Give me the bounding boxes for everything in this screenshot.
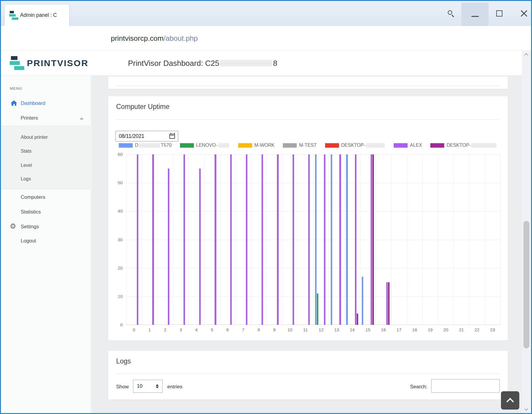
sidebar-item-label: Printers	[21, 115, 38, 121]
logs-divider	[116, 374, 500, 374]
gridline-v	[500, 154, 501, 325]
bar-series1-hour12	[317, 294, 318, 325]
bar-series5-hour6	[230, 154, 232, 325]
sidebar-item-about-printer[interactable]: About printer	[1, 133, 91, 142]
gridline-v	[360, 154, 360, 325]
legend-item-5[interactable]: ALEX	[394, 143, 422, 148]
bar-series0-hour12	[315, 154, 317, 325]
printers-submenu: About printer Stats Level Logs	[1, 125, 91, 189]
bar-series5-hour9	[277, 154, 278, 325]
gridline-v	[298, 154, 298, 325]
gridline-v	[173, 154, 173, 325]
close-icon	[520, 9, 528, 18]
titlebar: Admin panel : C	[1, 1, 531, 26]
scrollbar-thumb[interactable]	[523, 221, 529, 348]
sidebar-item-computers[interactable]: Computers	[1, 193, 91, 202]
select-arrows-icon	[156, 384, 159, 388]
previous-card-bottom	[108, 76, 508, 89]
x-axis-tick: 4	[190, 327, 202, 332]
gridline-v	[267, 154, 267, 325]
tab-title: Admin panel : C	[20, 4, 67, 26]
legend-swatch	[119, 143, 133, 148]
x-axis-tick: 22	[471, 327, 483, 332]
gridline-v	[485, 154, 485, 325]
page-size-value: 10	[137, 383, 142, 389]
computer-uptime-card: Computer Uptime 08/11/2021 DT570LENOVO-M…	[108, 96, 508, 340]
page-title: PrintVisor Dashboard: C25 8	[128, 51, 277, 76]
address-bar[interactable]: printvisorcp.com/about.php	[111, 26, 198, 50]
x-axis-tick: 3	[175, 327, 187, 332]
bar-series0-hour14	[346, 154, 348, 325]
card-divider	[116, 86, 500, 86]
gridline-v	[422, 154, 423, 325]
gridline-v	[220, 154, 220, 325]
x-axis-tick: 19	[424, 327, 436, 332]
x-axis-tick: 20	[440, 327, 452, 332]
legend-item-3[interactable]: M-TEST	[283, 143, 317, 148]
sidebar-item-logs[interactable]: Logs	[1, 174, 91, 184]
browser-tab[interactable]: Admin panel : C	[5, 4, 69, 26]
legend-item-4[interactable]: DESKTOP-	[325, 143, 386, 148]
printvisor-favicon	[9, 11, 17, 20]
legend-item-6[interactable]: DESKTOP-	[430, 143, 497, 148]
search-input[interactable]	[431, 379, 500, 393]
gridline-v	[251, 154, 251, 325]
page-title-suffix: 8	[273, 59, 277, 68]
x-axis-tick: 17	[393, 327, 405, 332]
sidebar: MENU Dashboard Printers About printer St…	[1, 76, 91, 413]
gridline-v	[438, 154, 438, 325]
scroll-up-icon[interactable]	[524, 53, 528, 57]
sidebar-item-stats[interactable]: Stats	[1, 146, 91, 156]
bar-series0-hour13	[331, 154, 332, 325]
bar-series5-hour8	[262, 154, 263, 325]
maximize-button[interactable]	[493, 1, 506, 26]
sidebar-item-logout[interactable]: Logout	[1, 236, 91, 246]
sidebar-item-statistics[interactable]: Statistics	[1, 207, 91, 217]
legend-label: DT570	[135, 143, 172, 148]
x-axis-tick: 7	[237, 327, 249, 332]
bar-series5-hour15	[371, 154, 372, 325]
sidebar-item-settings[interactable]: ⚙ Settings	[1, 222, 91, 232]
url-domain: printvisorcp.com	[111, 34, 163, 43]
sidebar-item-label: Stats	[21, 149, 31, 154]
x-axis-tick: 5	[206, 327, 218, 332]
bar-series5-hour2	[168, 169, 169, 325]
scroll-to-top-button[interactable]	[501, 391, 519, 410]
page-size-select[interactable]: 10	[133, 380, 163, 393]
bar-series6-hour16	[388, 282, 390, 325]
sidebar-item-label: Statistics	[21, 209, 41, 215]
bar-series5-hour11	[308, 154, 310, 325]
app-header: PRINTVISOR PrintVisor Dashboard: C25 8	[1, 51, 531, 76]
bar-series5-hour4	[199, 169, 201, 325]
legend-item-2[interactable]: M-WORK	[238, 143, 275, 148]
show-label: Show	[116, 384, 129, 390]
page-scrollbar[interactable]	[522, 51, 531, 413]
y-axis-tick: 40	[110, 208, 123, 213]
maximize-icon	[496, 10, 502, 17]
sidebar-item-level[interactable]: Level	[1, 161, 91, 170]
legend-label: LENOVO-	[196, 143, 230, 148]
url-path: /about.php	[163, 34, 198, 43]
sidebar-item-printers[interactable]: Printers	[1, 113, 91, 123]
title-divider	[116, 120, 500, 120]
date-picker-input[interactable]: 08/11/2021	[116, 131, 178, 141]
calendar-icon[interactable]	[169, 134, 175, 139]
close-button[interactable]	[518, 1, 531, 26]
gridline-v	[204, 154, 205, 325]
legend-item-0[interactable]: DT570	[119, 143, 172, 148]
redacted-title-block	[220, 60, 273, 67]
sidebar-item-dashboard[interactable]: Dashboard	[1, 99, 91, 108]
legend-swatch	[430, 143, 444, 148]
sidebar-item-label: Computers	[21, 194, 45, 200]
legend-item-1[interactable]: LENOVO-	[180, 143, 230, 148]
minimize-button[interactable]	[461, 3, 489, 26]
legend-label: M-TEST	[299, 143, 317, 148]
legend-swatch	[283, 143, 297, 148]
search-tabs-button[interactable]	[445, 1, 457, 26]
x-axis-tick: 0	[128, 327, 140, 332]
page-title-text: PrintVisor Dashboard: C25	[128, 59, 219, 68]
x-axis-tick: 10	[284, 327, 296, 332]
legend-swatch	[238, 143, 252, 148]
scroll-down-icon[interactable]	[524, 407, 528, 411]
printvisor-logo-icon	[10, 56, 24, 70]
